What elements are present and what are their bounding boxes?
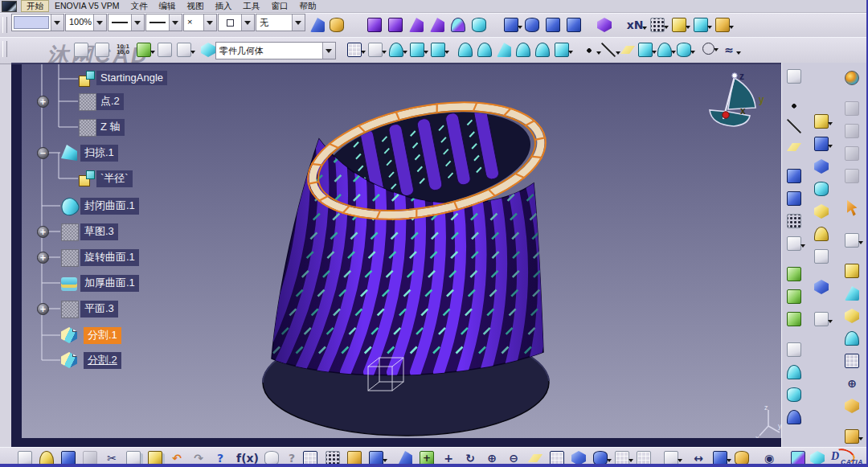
hole-icon[interactable] xyxy=(814,204,829,219)
cursor-wing-icon[interactable] xyxy=(368,43,383,57)
extrude-surface-icon[interactable] xyxy=(638,43,653,57)
panel-icon[interactable] xyxy=(546,18,560,32)
scale-ratio-icon[interactable]: 10:110,0 xyxy=(116,43,130,57)
grid-points-icon[interactable] xyxy=(650,18,665,32)
painter-brush-icon[interactable] xyxy=(310,18,325,32)
tree-item-icon[interactable] xyxy=(61,249,79,267)
menu-view[interactable]: 视图 xyxy=(182,1,210,11)
chamfer-icon[interactable] xyxy=(430,18,444,32)
options-list-icon[interactable] xyxy=(177,43,191,57)
catalog2-icon[interactable] xyxy=(845,124,859,138)
extrude-pair-icon[interactable] xyxy=(787,169,801,183)
menu-tools[interactable]: 工具 xyxy=(238,1,266,11)
blend-surface-icon[interactable] xyxy=(677,43,691,57)
pocket-icon[interactable] xyxy=(814,137,829,151)
tree-item-label[interactable]: 草图.3 xyxy=(80,223,118,240)
pad-icon[interactable] xyxy=(814,114,829,129)
tree-item-label[interactable]: 分割.1 xyxy=(84,327,121,344)
slot-icon[interactable] xyxy=(814,249,829,264)
assembly-gold-icon[interactable] xyxy=(845,429,859,444)
render-mode-arrow[interactable] xyxy=(292,14,305,31)
tree-item-icon[interactable] xyxy=(79,93,96,111)
boolean-pair-icon[interactable] xyxy=(787,191,801,206)
target-icon[interactable]: ⊕ xyxy=(845,376,859,391)
tree-item-icon[interactable] xyxy=(61,277,77,285)
measure-inspect-icon[interactable] xyxy=(95,43,109,57)
pad-surface-icon[interactable] xyxy=(504,18,518,32)
menu-window[interactable]: 窗口 xyxy=(266,1,294,11)
tree-item-icon[interactable] xyxy=(79,119,96,137)
line-weight-arrow[interactable] xyxy=(131,14,144,31)
law-graph-icon[interactable] xyxy=(787,69,801,84)
spine-icon[interactable] xyxy=(431,43,445,57)
point-icon[interactable] xyxy=(582,43,596,57)
tree-item-label[interactable]: StartingAngle xyxy=(96,71,167,85)
body-selector-combo[interactable]: 零件几何体 xyxy=(215,42,336,59)
circle-icon[interactable] xyxy=(702,43,714,55)
sketcher-icon[interactable] xyxy=(845,233,859,248)
half-pad-icon[interactable] xyxy=(525,18,539,32)
repeat-object-icon[interactable]: xN xyxy=(628,18,642,32)
apply-material-icon[interactable] xyxy=(787,267,801,281)
surface-morph-icon[interactable] xyxy=(451,18,465,32)
layer-combo-arrow[interactable] xyxy=(241,14,254,31)
menu-file[interactable]: 文件 xyxy=(125,1,154,11)
settings-gear-icon[interactable] xyxy=(845,71,859,85)
sweep-surface-icon[interactable] xyxy=(657,43,672,57)
tree-item-label[interactable]: 点.2 xyxy=(96,93,124,110)
tree-item-label[interactable]: 扫掠.1 xyxy=(80,145,118,162)
annotation-card-icon[interactable] xyxy=(672,18,686,32)
offset-dome-icon[interactable] xyxy=(516,43,530,57)
menu-start[interactable]: 开始 xyxy=(21,0,49,12)
multi-pad-icon[interactable] xyxy=(814,159,829,174)
cylinder-surface-icon[interactable] xyxy=(472,18,486,32)
extrude-figure-icon[interactable] xyxy=(458,43,473,57)
move-elements-icon[interactable] xyxy=(787,236,801,251)
plane-icon[interactable] xyxy=(787,140,801,154)
catalog3-icon[interactable] xyxy=(845,146,859,161)
close-surface-icon[interactable] xyxy=(787,387,801,402)
point-type-arrow[interactable] xyxy=(203,14,216,31)
plane-icon[interactable] xyxy=(620,43,635,57)
mouse-compass-icon[interactable] xyxy=(74,43,88,57)
remove-material-icon[interactable] xyxy=(787,289,801,304)
body-selector-arrow[interactable] xyxy=(322,43,335,59)
toolbar-grip[interactable] xyxy=(2,41,7,57)
line-type-combo[interactable] xyxy=(145,14,182,31)
menu-enovia[interactable]: ENOVIA V5 VPM xyxy=(49,1,125,11)
render-mode-combo[interactable]: 无 xyxy=(256,14,305,31)
paint-wizard-icon[interactable] xyxy=(330,18,344,32)
view-compass[interactable]: z y x xyxy=(701,68,772,133)
constraints-icon[interactable] xyxy=(388,18,403,32)
line-icon[interactable] xyxy=(787,119,801,133)
tree-expander[interactable]: + xyxy=(37,303,49,315)
menu-insert[interactable]: 插入 xyxy=(210,1,238,11)
wedge-cyan-icon[interactable] xyxy=(845,286,859,301)
viewport-3d[interactable]: StartingAngle点.2+Z 轴扫掠.1−`半径`封闭曲面.1草图.3+… xyxy=(11,63,781,447)
tree-item-label[interactable]: `半径` xyxy=(96,170,133,187)
color-combo[interactable] xyxy=(11,14,64,31)
paint-surfaces-icon[interactable] xyxy=(694,18,708,32)
checker-add-icon[interactable] xyxy=(347,43,362,57)
tree-item-icon[interactable] xyxy=(61,301,79,318)
sketch-edit-icon[interactable] xyxy=(367,18,382,32)
thickness-icon[interactable] xyxy=(787,365,801,379)
layer-combo[interactable] xyxy=(218,14,255,31)
pad-beige-icon[interactable] xyxy=(845,264,859,278)
tree-item-label[interactable]: Z 轴 xyxy=(96,119,125,136)
line-icon[interactable] xyxy=(601,43,616,57)
tree-item-icon[interactable] xyxy=(79,170,95,186)
groove-icon[interactable] xyxy=(814,182,829,196)
grid-cube-icon[interactable] xyxy=(845,354,859,368)
opacity-combo-arrow[interactable] xyxy=(93,14,106,31)
catalog1-icon[interactable] xyxy=(845,101,859,116)
menu-help[interactable]: 帮助 xyxy=(294,1,322,11)
revolve-figure-icon[interactable] xyxy=(477,43,492,57)
opacity-combo[interactable]: 100% xyxy=(65,14,107,31)
app-icon[interactable] xyxy=(2,1,17,12)
spline-icon[interactable]: ≈ xyxy=(722,43,736,57)
tree-item-label[interactable]: 平面.3 xyxy=(80,301,118,317)
material-catalog-icon[interactable] xyxy=(787,312,801,326)
tree-item-label[interactable]: 旋转曲面.1 xyxy=(80,249,139,266)
menu-edit[interactable]: 编辑 xyxy=(154,1,182,11)
